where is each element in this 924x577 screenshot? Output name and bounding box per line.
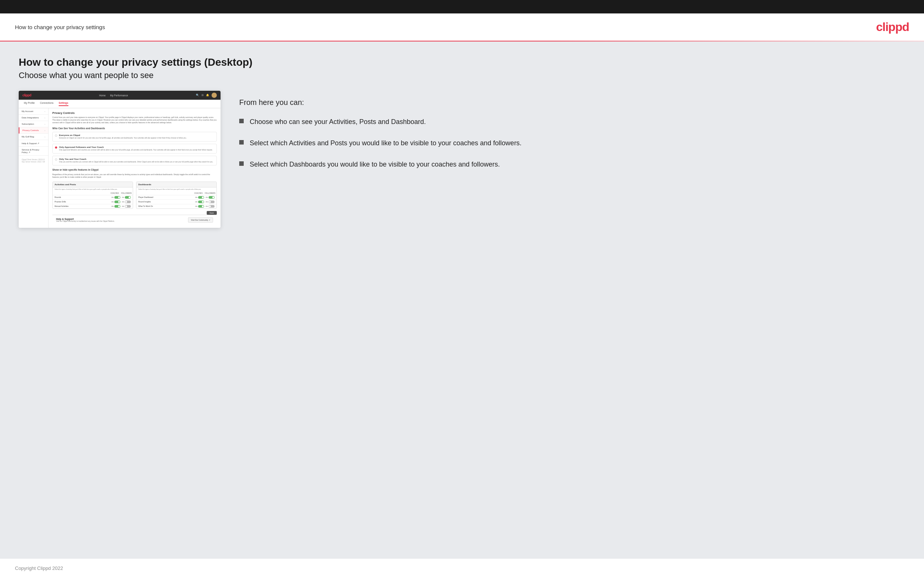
mock-sidebar: My Account › Data Integrations › Subscri… [19, 108, 48, 228]
mock-dashboards-title: Dashboards [136, 182, 216, 187]
mock-subnav: My Profile Connections Settings [19, 100, 221, 108]
mock-switch-player-coaches [198, 196, 204, 199]
mock-dashboards-desc: Select the types of activity that you'd … [136, 187, 216, 192]
bullet-item-1: Choose who can see your Activities, Post… [239, 117, 905, 127]
top-bar [0, 0, 924, 13]
mock-switch-manual-coaches [115, 205, 120, 208]
mock-logo: clippd [23, 93, 31, 97]
mock-radio-desc-everyone: Everyone on Clippd can search for you an… [59, 137, 187, 139]
mock-switch-manual-followers [125, 205, 131, 208]
header-title: How to change your privacy settings [15, 24, 105, 30]
mock-radio-dot-everyone [55, 134, 57, 137]
mock-privacy-title: Privacy Controls [52, 111, 217, 114]
mock-subnav-connections: Connections [40, 102, 53, 106]
mock-dash-col-followers: FOLLOWERS [205, 192, 215, 194]
mock-toggle-insights-followers: ON [205, 201, 215, 203]
mock-subnav-profile: My Profile [24, 102, 35, 106]
mock-switch-rounds-followers [125, 196, 131, 199]
mock-toggle-player-followers: ON [205, 196, 215, 199]
mock-row-round-insights: Round Insights ON ON [136, 200, 216, 204]
bullet-text-1: Choose who can see your Activities, Post… [250, 117, 426, 127]
logo: clippd [876, 20, 909, 34]
mock-activities-title: Activities and Posts [53, 182, 133, 187]
mock-visit-community-button[interactable]: Visit Our Community ↗ [188, 218, 213, 222]
mock-switch-drills-coaches [115, 201, 120, 203]
footer-text: Copyright Clippd 2022 [15, 566, 63, 571]
footer: Copyright Clippd 2022 [0, 559, 924, 577]
mock-dash-col-coaches: COACHES [194, 192, 204, 194]
mock-radio-coach: Only You and Your Coach Only you and the… [52, 156, 217, 166]
mock-nav-home: Home [99, 94, 105, 97]
mock-label-round-insights: Round Insights [138, 201, 195, 203]
mock-chevron-golfbag: › [44, 135, 45, 138]
mock-sidebar-account: My Account › [19, 108, 48, 114]
mock-privacy-desc: Control how you and your data appears to… [52, 116, 217, 124]
mock-switch-drills-followers [125, 201, 131, 203]
mock-subnav-settings: Settings [59, 102, 68, 106]
mock-chevron-data: › [44, 116, 45, 119]
bullet-square-1 [239, 119, 244, 123]
mock-search-icon: 🔍 [196, 94, 199, 97]
mock-toggle-insights-coaches: ON [195, 201, 204, 203]
mock-switch-player-followers [208, 196, 215, 199]
mock-row-work-on: What To Work On ON ON [136, 204, 216, 208]
mock-row-player-dash: Player Dashboard ON ON [136, 195, 216, 200]
page-heading-title: How to change your privacy settings (Des… [19, 56, 905, 68]
mock-toggle-rounds-coaches: ON [111, 196, 120, 199]
mock-dashboards-col-headers: COACHES FOLLOWERS [136, 192, 216, 195]
mock-radio-group: Everyone on Clippd Everyone on Clippd ca… [52, 132, 217, 166]
mock-nav-links: Home My Performance [99, 94, 128, 97]
mock-toggle-manual-coaches: ON [111, 205, 120, 208]
mock-toggle-manual-followers: ON [122, 205, 131, 208]
mock-nav-icons: 🔍 ⊞ 🔔 [196, 93, 217, 98]
mock-label-manual: Manual Activities [55, 205, 111, 207]
mock-label-rounds: Rounds [55, 196, 111, 198]
mock-nav-performance: My Performance [110, 94, 128, 97]
mock-radio-desc-coach: Only you and the coaches you connect wit… [59, 161, 213, 163]
bullet-text-2: Select which Activities and Posts you wo… [250, 139, 522, 148]
mock-switch-workon-coaches [198, 205, 204, 208]
bullet-item-2: Select which Activities and Posts you wo… [239, 139, 905, 148]
mock-radio-desc-followers: Only approved followers and coaches you … [59, 149, 213, 151]
mock-help-footer: Help & Support Visit our Clippd communit… [52, 215, 217, 225]
mock-sidebar-privacy: Privacy Controls › [19, 127, 48, 134]
bullet-item-3: Select which Dashboards you would like t… [239, 160, 905, 169]
main-content: How to change your privacy settings (Des… [0, 42, 924, 559]
mock-toggle-rounds-followers: ON [122, 196, 131, 199]
mock-radio-label-followers: Only Approved Followers and Your Coach [59, 146, 213, 148]
bullets-col: From here you can: Choose who can see yo… [239, 91, 905, 169]
mock-main-panel: Privacy Controls Control how you and you… [48, 108, 221, 228]
mock-dashboards-table: Dashboards Select the types of activity … [136, 182, 217, 209]
mock-radio-dot-followers [55, 147, 57, 148]
mock-show-hide-desc: Regardless of the privacy controls that … [52, 173, 217, 179]
mock-sidebar-help: Help & Support ↗ [19, 140, 48, 147]
mock-activities-col-headers: COACHES FOLLOWERS [53, 192, 133, 195]
mock-row-manual: Manual Activities ON ON [53, 204, 133, 208]
mock-sidebar-privacy-policy: Service & Privacy Policy ↗ [19, 147, 48, 156]
mock-sidebar-golfbag: My Golf Bag › [19, 134, 48, 140]
mock-activities-desc: Select the types of activity that you'd … [53, 187, 133, 192]
mock-show-hide-title: Show or hide specific features in Clippd [52, 168, 217, 171]
mock-switch-workon-followers [208, 205, 215, 208]
mock-grid-icon: ⊞ [202, 94, 204, 97]
mock-who-can-see-title: Who Can See Your Activities and Dashboar… [52, 127, 217, 130]
mock-switch-insights-followers [208, 201, 215, 203]
mock-label-drills: Practice Drills [55, 201, 111, 203]
mock-sidebar-data: Data Integrations › [19, 114, 48, 121]
mock-bell-icon: 🔔 [206, 94, 209, 97]
page-heading-subtitle: Choose what you want people to see [19, 71, 905, 80]
bullet-text-3: Select which Dashboards you would like t… [250, 160, 500, 169]
mock-toggle-workon-followers: ON [205, 205, 215, 208]
mock-tables-row: Activities and Posts Select the types of… [52, 182, 217, 209]
mock-save-row: Save [52, 211, 217, 215]
mock-chevron-subscription: › [44, 123, 45, 125]
mock-radio-everyone: Everyone on Clippd Everyone on Clippd ca… [52, 132, 217, 142]
screenshot-mockup: clippd Home My Performance 🔍 ⊞ 🔔 My Prof… [19, 91, 221, 228]
mock-sidebar-subscription: Subscription › [19, 121, 48, 127]
content-columns: clippd Home My Performance 🔍 ⊞ 🔔 My Prof… [19, 91, 905, 228]
mock-save-button[interactable]: Save [207, 211, 217, 215]
bullet-square-2 [239, 140, 244, 145]
mock-sidebar-version: Clippd Client Version: 2022.8.2SQL Serve… [19, 156, 48, 166]
mock-toggle-drills-followers: ON [122, 201, 131, 203]
mock-switch-rounds-coaches [115, 196, 120, 199]
